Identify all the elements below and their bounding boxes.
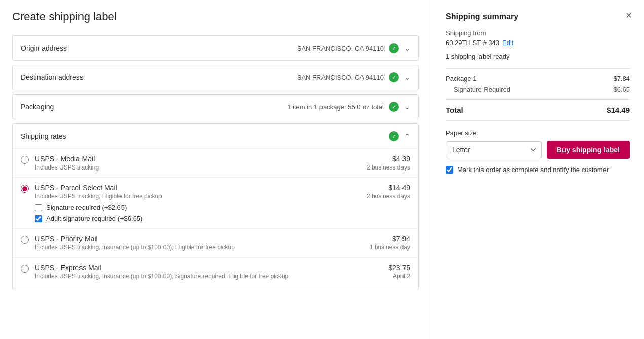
rate-days-parcel-select: 2 business days (354, 193, 410, 200)
packaging-header[interactable]: Packaging 1 item in 1 package: 55.0 oz t… (13, 95, 418, 119)
shipping-rates-header[interactable]: Shipping rates ✓ ⌃ (13, 124, 418, 148)
packaging-chevron-icon: ⌄ (404, 103, 410, 111)
rate-item-parcel-select: USPS - Parcel Select Mail Includes USPS … (13, 177, 418, 228)
packaging-section: Packaging 1 item in 1 package: 55.0 oz t… (12, 94, 419, 119)
rate-option-sig-required[interactable]: Signature required (+$2.65) (35, 204, 354, 211)
shipping-rates-section: Shipping rates ✓ ⌃ USPS - Media Mail Inc… (12, 123, 419, 290)
checkbox-adult-sig[interactable] (35, 215, 42, 222)
summary-total-price: $14.49 (607, 106, 630, 114)
origin-address-value: SAN FRANCISCO, CA 94110 (297, 45, 384, 52)
packaging-right: 1 item in 1 package: 55.0 oz total ✓ ⌄ (287, 102, 410, 112)
shipping-rates-label: Shipping rates (21, 132, 66, 140)
rate-right-parcel-select: $14.49 2 business days (354, 184, 410, 200)
rate-price-media-mail: $4.39 (354, 155, 410, 163)
rate-item-priority-mail: USPS - Priority Mail Includes USPS track… (13, 228, 418, 257)
rate-radio-express-mail[interactable] (21, 265, 29, 273)
destination-address-right: SAN FRANCISCO, CA 94110 ✓ ⌄ (297, 72, 410, 82)
checkbox-sig-required[interactable] (35, 204, 42, 211)
rate-desc-parcel-select: Includes USPS tracking, Eligible for fre… (35, 193, 354, 200)
rate-item-express-mail: USPS - Express Mail Includes USPS tracki… (13, 257, 418, 286)
rate-desc-priority-mail: Includes USPS tracking, Insurance (up to… (35, 244, 354, 251)
packaging-label: Packaging (21, 103, 54, 111)
notify-label: Mark this order as complete and notify t… (457, 166, 609, 174)
rate-days-priority-mail: 1 business day (354, 244, 410, 251)
rate-name-priority-mail: USPS - Priority Mail (35, 235, 354, 243)
close-button[interactable]: × (624, 8, 634, 22)
rate-item-media-mail: USPS - Media Mail Includes USPS tracking… (13, 148, 418, 177)
modal-title: Create shipping label (12, 10, 419, 23)
paper-size-row: Letter 4x6 Label Buy shipping label (446, 141, 630, 159)
rate-info-parcel-select: USPS - Parcel Select Mail Includes USPS … (35, 184, 354, 222)
summary-address: 60 29TH ST # 343 (446, 39, 499, 47)
modal-right-panel: Shipping summary Shipping from 60 29TH S… (431, 0, 644, 339)
summary-divider-top (446, 68, 630, 69)
rate-right-express-mail: $23.75 April 2 (354, 264, 410, 280)
rate-days-express-mail: April 2 (354, 273, 410, 280)
notify-row: Mark this order as complete and notify t… (446, 166, 630, 174)
summary-package1-price: $7.84 (613, 75, 630, 82)
rate-right-priority-mail: $7.94 1 business day (354, 235, 410, 251)
rate-left-express-mail: USPS - Express Mail Includes USPS tracki… (21, 264, 354, 280)
edit-address-link[interactable]: Edit (502, 39, 513, 47)
rate-left-media-mail: USPS - Media Mail Includes USPS tracking (21, 155, 354, 171)
origin-address-label: Origin address (21, 44, 67, 52)
summary-address-row: 60 29TH ST # 343 Edit (446, 39, 630, 47)
summary-signature-line: Signature Required $6.65 (446, 86, 630, 93)
rate-options-parcel-select: Signature required (+$2.65) Adult signat… (35, 204, 354, 222)
rate-radio-media-mail[interactable] (21, 156, 29, 164)
summary-ready: 1 shipping label ready (446, 53, 630, 60)
modal-left-panel: Create shipping label Origin address SAN… (0, 0, 431, 339)
packaging-value: 1 item in 1 package: 55.0 oz total (287, 103, 384, 111)
rate-right-media-mail: $4.39 2 business days (354, 155, 410, 171)
shipping-rates-header-right: ✓ ⌃ (389, 131, 410, 141)
rate-price-priority-mail: $7.94 (354, 235, 410, 243)
rate-left-priority-mail: USPS - Priority Mail Includes USPS track… (21, 235, 354, 251)
rate-name-media-mail: USPS - Media Mail (35, 155, 354, 163)
shipping-rates-check-icon: ✓ (389, 131, 399, 141)
rate-days-media-mail: 2 business days (354, 164, 410, 171)
adult-sig-label: Adult signature required (+$6.65) (46, 215, 142, 222)
summary-divider-bottom (446, 99, 630, 100)
rate-price-express-mail: $23.75 (354, 264, 410, 272)
rate-name-express-mail: USPS - Express Mail (35, 264, 354, 272)
summary-package1-line: Package 1 $7.84 (446, 75, 630, 82)
rate-option-adult-sig[interactable]: Adult signature required (+$6.65) (35, 215, 354, 222)
origin-chevron-icon: ⌄ (404, 44, 410, 52)
notify-checkbox[interactable] (446, 166, 453, 174)
create-shipping-label-modal: Create shipping label Origin address SAN… (0, 0, 644, 339)
summary-total-label: Total (446, 106, 463, 114)
summary-signature-label: Signature Required (454, 86, 510, 93)
rate-name-parcel-select: USPS - Parcel Select Mail (35, 184, 354, 192)
rate-info-express-mail: USPS - Express Mail Includes USPS tracki… (35, 264, 354, 280)
destination-address-value: SAN FRANCISCO, CA 94110 (297, 74, 384, 81)
rate-info-priority-mail: USPS - Priority Mail Includes USPS track… (35, 235, 354, 251)
origin-check-icon: ✓ (389, 43, 399, 53)
destination-address-label: Destination address (21, 73, 84, 81)
paper-size-select[interactable]: Letter 4x6 Label (446, 141, 542, 158)
packaging-check-icon: ✓ (389, 102, 399, 112)
destination-chevron-icon: ⌄ (404, 73, 410, 81)
rate-radio-parcel-select[interactable] (21, 185, 29, 193)
rate-radio-priority-mail[interactable] (21, 236, 29, 244)
summary-package1-label: Package 1 (446, 75, 476, 82)
summary-total-line: Total $14.49 (446, 106, 630, 114)
rate-left-parcel-select: USPS - Parcel Select Mail Includes USPS … (21, 184, 354, 222)
rate-desc-media-mail: Includes USPS tracking (35, 164, 354, 171)
origin-address-right: SAN FRANCISCO, CA 94110 ✓ ⌄ (297, 43, 410, 53)
summary-title: Shipping summary (446, 12, 630, 21)
destination-address-header[interactable]: Destination address SAN FRANCISCO, CA 94… (13, 65, 418, 90)
rate-info-media-mail: USPS - Media Mail Includes USPS tracking (35, 155, 354, 171)
summary-from-label: Shipping from (446, 29, 630, 37)
rate-desc-express-mail: Includes USPS tracking, Insurance (up to… (35, 273, 354, 280)
destination-check-icon: ✓ (389, 72, 399, 82)
destination-address-section: Destination address SAN FRANCISCO, CA 94… (12, 65, 419, 90)
origin-address-section: Origin address SAN FRANCISCO, CA 94110 ✓… (12, 35, 419, 61)
sig-required-label: Signature required (+$2.65) (46, 204, 127, 211)
rates-list: USPS - Media Mail Includes USPS tracking… (13, 148, 418, 290)
origin-address-header[interactable]: Origin address SAN FRANCISCO, CA 94110 ✓… (13, 36, 418, 60)
buy-shipping-label-button[interactable]: Buy shipping label (547, 141, 630, 159)
summary-signature-price: $6.65 (613, 86, 630, 93)
rate-price-parcel-select: $14.49 (354, 184, 410, 192)
paper-size-label: Paper size (446, 129, 630, 137)
shipping-rates-chevron-icon: ⌃ (404, 132, 410, 140)
